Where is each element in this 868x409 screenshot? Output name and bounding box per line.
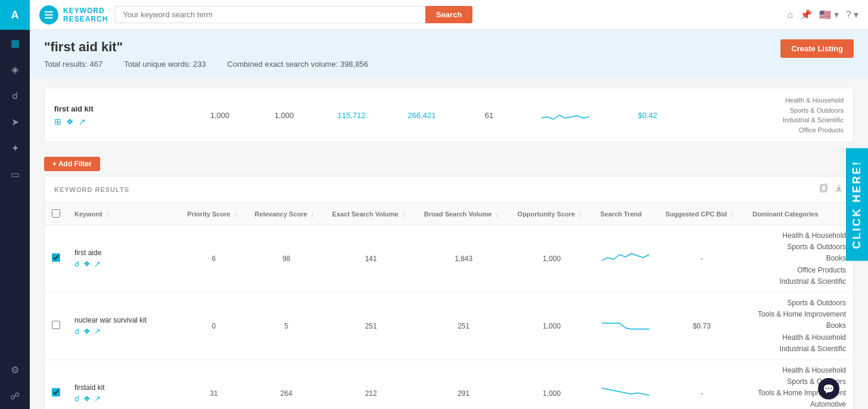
rocket-icon: ➤ [11, 116, 19, 128]
combined-volume: Combined exact search volume: 398,856 [228, 60, 368, 69]
copy-icon[interactable] [819, 184, 828, 196]
row3-checkbox[interactable] [52, 388, 60, 396]
first-keyword-name: first aid kit [54, 104, 185, 113]
first-opportunity: 61 [459, 111, 519, 120]
table-row: first aide ☌ ❖ ↗ 6 98 141 1,843 1,000 [45, 225, 853, 293]
row3-cluster-icon[interactable]: ❖ [83, 394, 91, 403]
filter-bar: + Add Filter [30, 152, 868, 176]
row2-keyword-name: nuclear war survival kit [74, 316, 173, 324]
row1-cluster-icon[interactable]: ❖ [83, 259, 91, 268]
row3-external-icon[interactable]: ↗ [94, 394, 101, 403]
row1-checkbox[interactable] [52, 253, 60, 262]
content-area: "first aid kit" Total results: 467 Total… [30, 30, 868, 409]
first-relevancy: 1,000 [254, 111, 314, 120]
add-filter-button[interactable]: + Add Filter [44, 157, 100, 171]
row2-exact[interactable]: 251 [325, 292, 417, 360]
click-here-annotation[interactable]: CLICK HERE! [846, 148, 868, 261]
row2-keyword-icons: ☌ ❖ ↗ [74, 327, 173, 336]
row1-exact[interactable]: 141 [325, 225, 417, 293]
topbar-brand: KEYWORD RESEARCH [39, 5, 108, 24]
relevancy-sort-icon: ↓ [311, 210, 315, 218]
create-listing-button[interactable]: Create Listing [780, 39, 854, 58]
sidebar-item-layers[interactable]: ✦ [0, 135, 30, 161]
th-cpc[interactable]: Suggested CPC Bid ↓ [658, 203, 745, 225]
first-cpc: $0.42 [612, 111, 683, 120]
priority-sort-icon: ↓ [234, 210, 238, 218]
row3-priority: 31 [180, 360, 247, 409]
opportunity-sort-icon: ↓ [578, 210, 582, 218]
select-all-checkbox[interactable] [52, 209, 60, 218]
layers-icon: ✦ [11, 142, 19, 154]
sidebar-item-tools[interactable]: ☍ [0, 383, 30, 409]
row3-broad[interactable]: 291 [417, 360, 511, 409]
search-icon: ☌ [12, 90, 18, 101]
first-kw-external-icon[interactable]: ↗ [79, 117, 86, 126]
th-trend: Search Trend [593, 203, 658, 225]
chat-bubble[interactable]: 💬 [818, 378, 839, 399]
search-query: "first aid kit" [44, 39, 854, 55]
download-icon[interactable] [834, 184, 844, 196]
first-keyword-cell: first aid kit ⊞ ❖ ↗ [54, 104, 185, 126]
result-stats: Total results: 467 Total unique words: 2… [44, 60, 854, 69]
search-button[interactable]: Search [425, 6, 472, 23]
first-broad-volume[interactable]: 266,421 [389, 111, 455, 120]
first-kw-grid-icon[interactable]: ⊞ [54, 117, 61, 126]
th-keyword[interactable]: Keyword ↓ [67, 203, 180, 225]
keyword-table: Keyword ↓ Priority Score ↓ Relevancy Sco… [45, 203, 853, 409]
keyword-sort-icon: ↓ [106, 210, 110, 218]
home-icon[interactable]: ⌂ [788, 10, 794, 20]
settings-icon: ⚙ [11, 364, 19, 376]
search-form: Search [115, 6, 472, 23]
row2-relevancy: 5 [248, 292, 325, 360]
table-row: firstaid kit ☌ ❖ ↗ 31 264 212 291 1,000 [45, 360, 853, 409]
first-categories: Health & Household Sports & Outdoors Ind… [688, 95, 844, 135]
help-icon[interactable]: ? ▾ [846, 9, 858, 20]
brand-name: KEYWORD RESEARCH [63, 7, 108, 23]
sidebar-item-settings[interactable]: ⚙ [0, 357, 30, 383]
topbar: KEYWORD RESEARCH Search ⌂ 📌 🇺🇸 ▾ ? ▾ [30, 0, 868, 30]
row1-keyword-icons: ☌ ❖ ↗ [74, 259, 173, 268]
row1-search-icon[interactable]: ☌ [74, 259, 80, 268]
th-opportunity[interactable]: Opportunity Score ↓ [511, 203, 593, 225]
row2-broad[interactable]: 251 [417, 292, 511, 360]
sidebar-item-folder[interactable]: ▭ [0, 161, 30, 187]
first-kw-cluster-icon[interactable]: ❖ [66, 117, 74, 126]
row3-search-icon[interactable]: ☌ [74, 394, 80, 403]
first-result-card: first aid kit ⊞ ❖ ↗ 1,000 1,000 115,712 … [44, 88, 854, 142]
menu-button[interactable] [39, 5, 58, 24]
row1-broad[interactable]: 1,843 [417, 225, 511, 293]
row3-exact[interactable]: 212 [325, 360, 417, 409]
th-exact-volume[interactable]: Exact Search Volume ↓ [325, 203, 417, 225]
row2-search-icon[interactable]: ☌ [74, 327, 80, 336]
svg-rect-0 [45, 11, 53, 13]
sidebar-logo[interactable]: A [0, 0, 30, 30]
sidebar-item-filter[interactable]: ▦ [0, 30, 30, 56]
row1-external-icon[interactable]: ↗ [94, 259, 101, 268]
row3-keyword-cell: firstaid kit ☌ ❖ ↗ [67, 360, 180, 409]
th-relevancy[interactable]: Relevancy Score ↓ [248, 203, 325, 225]
filter-icon: ▦ [11, 38, 20, 49]
pin-icon[interactable]: 📌 [800, 9, 812, 20]
total-words: Total unique words: 233 [124, 60, 206, 69]
row2-opportunity: 1,000 [511, 292, 593, 360]
row3-trend [593, 360, 658, 409]
main-content: KEYWORD RESEARCH Search ⌂ 📌 🇺🇸 ▾ ? ▾ "fi… [30, 0, 868, 409]
kw-results-title: KEYWORD RESULTS [54, 186, 129, 193]
first-exact-volume[interactable]: 115,712 [319, 111, 384, 120]
row2-cluster-icon[interactable]: ❖ [83, 327, 91, 336]
row2-checkbox[interactable] [52, 321, 60, 329]
row2-select-cell [45, 292, 67, 360]
flag-icon[interactable]: 🇺🇸 ▾ [819, 9, 838, 20]
th-priority[interactable]: Priority Score ↓ [180, 203, 247, 225]
th-broad-volume[interactable]: Broad Search Volume ↓ [417, 203, 511, 225]
logo-letter: A [11, 9, 19, 21]
row2-cpc: $0.73 [658, 292, 745, 360]
sidebar-item-search[interactable]: ☌ [0, 82, 30, 109]
row2-priority: 0 [180, 292, 247, 360]
search-input[interactable] [115, 6, 425, 23]
sidebar-item-rocket[interactable]: ➤ [0, 109, 30, 135]
row2-external-icon[interactable]: ↗ [94, 327, 101, 336]
row3-keyword-name: firstaid kit [74, 383, 173, 392]
sidebar-item-dashboard[interactable]: ◈ [0, 56, 30, 82]
row3-opportunity: 1,000 [511, 360, 593, 409]
